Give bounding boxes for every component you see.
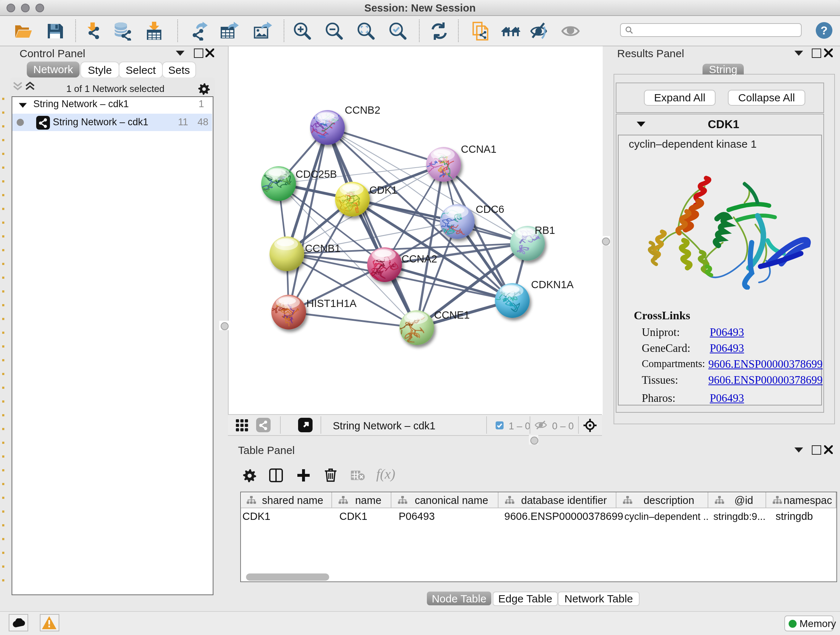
svg-text:HIST1H1A: HIST1H1A <box>306 297 356 309</box>
svg-text:CCNE1: CCNE1 <box>434 309 469 320</box>
svg-text:RB1: RB1 <box>534 224 554 236</box>
svg-text:CDKN1A: CDKN1A <box>531 279 573 290</box>
svg-text:CCNB2: CCNB2 <box>344 104 380 116</box>
svg-text:CCNA1: CCNA1 <box>461 143 496 155</box>
svg-text:CDC25B: CDC25B <box>295 168 336 180</box>
svg-text:CCNB1: CCNB1 <box>305 242 340 254</box>
svg-text:?: ? <box>821 24 828 36</box>
svg-text:CCNA2: CCNA2 <box>401 253 437 264</box>
svg-text:CDC6: CDC6 <box>475 203 504 215</box>
svg-text:CDK1: CDK1 <box>369 184 397 195</box>
